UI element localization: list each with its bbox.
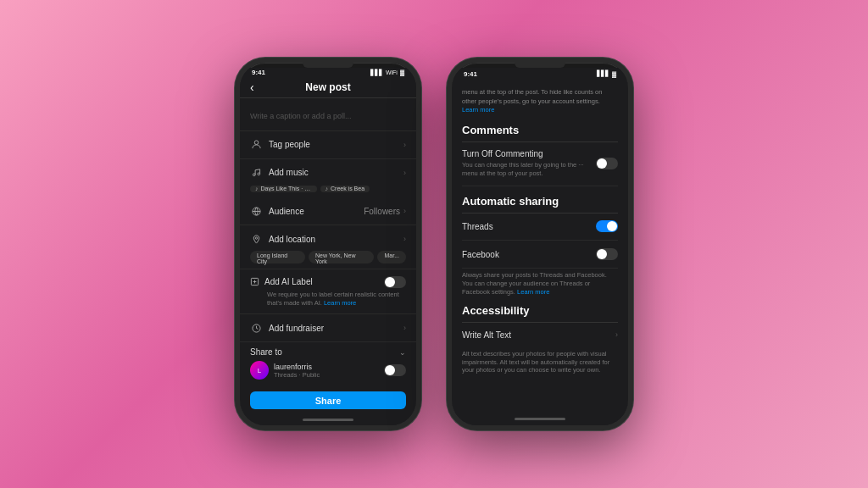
accessibility-section-title: Accessibility xyxy=(462,304,618,317)
threads-label: Threads xyxy=(462,222,596,231)
ai-label-title: Add AI Label xyxy=(264,277,313,286)
facebook-row: Facebook xyxy=(462,241,618,269)
nav-bar-1: ‹ New post xyxy=(240,77,416,97)
facebook-toggle[interactable] xyxy=(596,248,618,260)
share-to-section: Share to ⌄ L laurenforris Threads · Publ… xyxy=(240,342,416,386)
commenting-label: Turn Off Commenting xyxy=(462,149,589,158)
comments-section-title: Comments xyxy=(462,124,618,136)
home-indicator-1 xyxy=(240,414,416,425)
ai-label-row: Add AI Label xyxy=(250,276,406,288)
add-location-item[interactable]: Add location › xyxy=(240,225,416,247)
svg-point-0 xyxy=(254,141,259,145)
user-info: laurenforris Threads · Public xyxy=(274,363,384,379)
share-to-chevron-down: ⌄ xyxy=(399,348,406,357)
location-chip-2[interactable]: New York, New York xyxy=(309,251,375,263)
home-bar-2 xyxy=(515,418,565,420)
facebook-content: Facebook xyxy=(462,250,596,259)
ai-label-toggle[interactable] xyxy=(384,276,406,288)
location-chip-label-2: New York, New York xyxy=(315,252,355,264)
write-alt-text-label: Write Alt Text xyxy=(462,330,511,340)
back-button[interactable]: ‹ xyxy=(250,80,254,94)
location-chip-label-1: Long Island City xyxy=(257,252,287,264)
fundraiser-icon xyxy=(250,322,262,334)
tag-people-label: Tag people xyxy=(269,140,403,149)
chevron-fundraiser: › xyxy=(403,324,406,332)
auto-sharing-section-title: Automatic sharing xyxy=(462,195,618,208)
commenting-desc: You can change this later by going to th… xyxy=(462,161,589,178)
battery-icon: ▓ xyxy=(400,69,404,75)
threads-toggle[interactable] xyxy=(596,220,618,232)
ai-label-description: We require you to label certain realisti… xyxy=(267,291,406,308)
commenting-toggle[interactable] xyxy=(596,158,618,169)
ai-label-section: Add AI Label We require you to label cer… xyxy=(240,269,416,315)
add-fundraiser-label: Add fundraiser xyxy=(269,324,403,333)
audience-label: Audience xyxy=(269,207,364,216)
svg-point-2 xyxy=(257,173,259,175)
status-bar-1: 9:41 ▋▋▋ WiFi ▓ xyxy=(240,68,416,77)
status-icons-2: ▋▋▋ ▓ xyxy=(597,70,616,77)
phone-1: 9:41 ▋▋▋ WiFi ▓ ‹ New post Write a capti… xyxy=(235,58,421,430)
status-bar-2: 9:41 ▋▋▋ ▓ xyxy=(452,68,628,80)
ai-learn-more-link[interactable]: Learn more xyxy=(324,299,356,307)
user-avatar: L xyxy=(250,361,269,380)
location-chip-label-3: Mar... xyxy=(384,252,399,258)
turn-off-commenting-content: Turn Off Commenting You can change this … xyxy=(462,149,596,178)
ai-toggle-knob xyxy=(385,277,395,287)
music-chip-2[interactable]: ♪ Creek is Bea xyxy=(320,186,370,193)
turn-off-commenting-row: Turn Off Commenting You can change this … xyxy=(462,141,618,186)
location-chips: Long Island City New York, New York Mar.… xyxy=(240,247,416,268)
facebook-learn-more[interactable]: Learn more xyxy=(517,288,549,296)
ai-icon xyxy=(250,277,259,286)
status-time-2: 9:41 xyxy=(464,70,477,78)
audience-right: Followers › xyxy=(364,207,406,216)
chip-text-1: Days Like This · Van Mo... xyxy=(261,186,312,191)
top-learn-more-link[interactable]: Learn more xyxy=(462,106,494,114)
caption-placeholder: Write a caption or add a poll... xyxy=(250,112,351,120)
nav-title-1: New post xyxy=(305,81,350,93)
status-time-1: 9:41 xyxy=(252,69,265,76)
audience-item[interactable]: Audience Followers › xyxy=(240,197,416,225)
chevron-tag-people: › xyxy=(403,141,406,149)
ai-label-left: Add AI Label xyxy=(250,277,313,286)
add-fundraiser-item[interactable]: Add fundraiser › xyxy=(240,314,416,342)
alt-text-desc: Alt text describes your photos for peopl… xyxy=(462,350,618,374)
tag-people-item[interactable]: Tag people › xyxy=(240,131,416,159)
person-icon xyxy=(250,139,262,151)
share-toggle-knob xyxy=(385,365,395,375)
audience-icon xyxy=(250,205,262,217)
facebook-label: Facebook xyxy=(462,250,589,259)
write-alt-chevron: › xyxy=(615,330,618,339)
share-to-toggle[interactable] xyxy=(384,364,406,376)
share-button[interactable]: Share xyxy=(250,391,406,409)
facebook-toggle-knob xyxy=(597,249,607,259)
music-chip-1[interactable]: ♪ Days Like This · Van Mo... xyxy=(250,186,317,193)
share-button-label: Share xyxy=(315,396,342,406)
wifi-icon: WiFi xyxy=(386,69,398,75)
home-bar-1 xyxy=(303,419,353,421)
settings-scroll: menu at the top of the post. To hide lik… xyxy=(452,80,628,412)
caption-area[interactable]: Write a caption or add a poll... xyxy=(240,98,416,131)
battery-icon-2: ▓ xyxy=(612,71,616,77)
signal-icon: ▋▋▋ xyxy=(370,69,383,76)
commenting-toggle-knob xyxy=(597,158,607,169)
facebook-desc: Always share your posts to Threads and F… xyxy=(462,271,618,296)
top-description: menu at the top of the post. To hide lik… xyxy=(462,88,618,115)
music-chips: ♪ Days Like This · Van Mo... ♪ Creek is … xyxy=(240,182,416,198)
svg-point-1 xyxy=(253,174,255,176)
phone-1-screen: 9:41 ▋▋▋ WiFi ▓ ‹ New post Write a capti… xyxy=(240,68,416,425)
chip-text-2: Creek is Bea xyxy=(331,186,364,191)
add-music-label: Add music xyxy=(269,168,403,177)
add-music-item[interactable]: Add music › xyxy=(240,159,416,182)
location-chip-3[interactable]: Mar... xyxy=(377,251,406,263)
user-name: laurenforris xyxy=(274,363,384,371)
write-alt-text-row[interactable]: Write Alt Text › xyxy=(462,323,618,347)
threads-content: Threads xyxy=(462,222,596,231)
status-icons-1: ▋▋▋ WiFi ▓ xyxy=(370,69,404,76)
audience-value: Followers xyxy=(364,207,400,216)
phone-2: 9:41 ▋▋▋ ▓ menu at the top of the post. … xyxy=(447,58,633,430)
threads-toggle-knob xyxy=(607,221,617,231)
add-location-label: Add location xyxy=(269,235,403,244)
home-indicator-2 xyxy=(452,412,628,425)
share-to-header: Share to ⌄ xyxy=(250,347,406,357)
location-chip-1[interactable]: Long Island City xyxy=(250,251,305,263)
